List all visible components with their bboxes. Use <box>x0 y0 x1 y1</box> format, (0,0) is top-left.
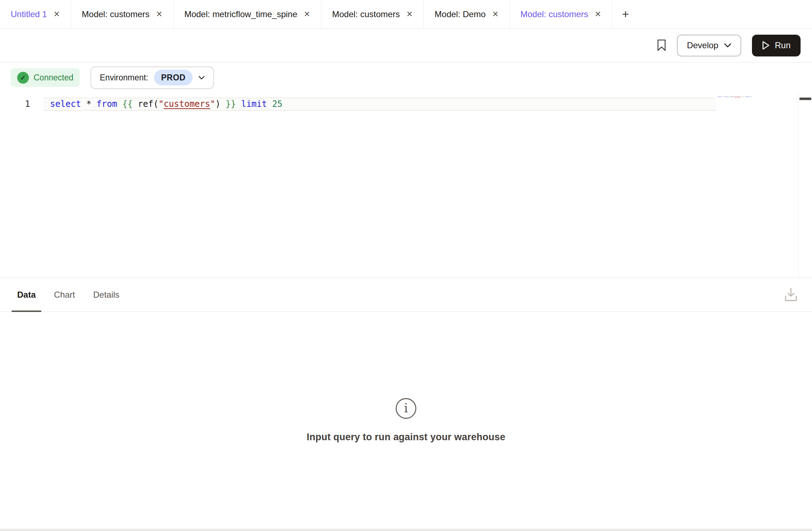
tab-label: Model: Demo <box>435 9 486 19</box>
code-token-string-link: customers <box>164 99 210 109</box>
tab-list: Untitled 1✕Model: customers✕Model: metri… <box>0 0 612 28</box>
environment-label: Environment: <box>100 73 148 83</box>
code-token-plain <box>91 99 96 109</box>
code-line[interactable]: select * from {{ ref("customers") }} lim… <box>44 98 716 111</box>
code-token-keyword: select <box>50 99 81 109</box>
chevron-down-icon <box>198 76 205 80</box>
tab-model-customers[interactable]: Model: customers✕ <box>71 0 174 28</box>
close-icon[interactable]: ✕ <box>406 10 413 18</box>
run-button[interactable]: Run <box>752 35 801 56</box>
code-token-keyword: from <box>724 96 727 98</box>
close-icon[interactable]: ✕ <box>53 10 60 18</box>
results-tab-list: DataChartDetails <box>11 278 125 312</box>
code-token-plain: ref( <box>730 96 733 98</box>
sql-editor[interactable]: 1 select * from {{ ref("customers") }} l… <box>0 93 812 278</box>
editor-minimap[interactable]: select * from {{ ref("customers") }} lim… <box>718 96 752 103</box>
develop-button[interactable]: Develop <box>677 35 741 56</box>
bookmark-icon <box>657 39 666 51</box>
tab-model-metricflow-time-spine[interactable]: Model: metricflow_time_spine✕ <box>174 0 322 28</box>
tab-label: Model: customers <box>82 9 149 19</box>
bookmark-button[interactable] <box>657 39 666 51</box>
new-tab-button[interactable]: + <box>612 0 639 28</box>
environment-value-chip: PROD <box>154 70 193 85</box>
environment-select[interactable]: Environment: PROD <box>90 66 214 89</box>
download-icon <box>783 287 799 303</box>
code-token-plain: ref( <box>133 99 158 109</box>
close-icon[interactable]: ✕ <box>595 10 601 18</box>
results-tab-label: Data <box>17 290 36 300</box>
code-token-plain <box>81 99 86 109</box>
connected-label: Connected <box>34 73 73 83</box>
close-icon[interactable]: ✕ <box>304 10 310 18</box>
tab-model-customers[interactable]: Model: customers✕ <box>321 0 424 28</box>
results-tab-label: Chart <box>54 290 75 300</box>
results-tab-bar: DataChartDetails <box>0 278 812 312</box>
minimap-code: select * from {{ ref("customers") }} lim… <box>718 96 723 98</box>
check-circle-icon: ✓ <box>17 72 29 84</box>
develop-button-label: Develop <box>687 40 718 50</box>
code-token-jinja: }} <box>226 99 236 109</box>
play-icon <box>762 41 770 50</box>
results-tab-chart[interactable]: Chart <box>48 278 81 312</box>
active-tab-indicator <box>11 311 41 312</box>
download-button[interactable] <box>783 287 799 303</box>
plus-icon: + <box>622 7 629 21</box>
tab-label: Model: customers <box>332 9 400 19</box>
info-icon: i <box>396 398 416 419</box>
scrollbar-cursor-marker[interactable] <box>799 98 811 100</box>
code-token-keyword: limit <box>241 99 267 109</box>
line-number: 1 <box>21 98 34 110</box>
code-token-plain: ) <box>215 99 226 109</box>
code-token-plain <box>267 99 272 109</box>
header: Develop Run <box>0 29 812 63</box>
tab-model-demo[interactable]: Model: Demo✕ <box>424 0 510 28</box>
code-token-plain: * <box>86 99 91 109</box>
ide-window: Untitled 1✕Model: customers✕Model: metri… <box>0 0 812 531</box>
results-tab-details[interactable]: Details <box>88 278 125 312</box>
tab-label: Untitled 1 <box>11 9 47 19</box>
bottom-status-band <box>0 529 812 531</box>
connected-status-badge: ✓ Connected <box>11 68 80 87</box>
tab-bar: Untitled 1✕Model: customers✕Model: metri… <box>0 0 812 29</box>
code-token-number: 25 <box>750 96 751 98</box>
code-token-plain <box>236 99 241 109</box>
code-token-number: 25 <box>272 99 282 109</box>
code-token-string: " <box>210 99 215 109</box>
close-icon[interactable]: ✕ <box>492 10 499 18</box>
code-token-string-link: customers <box>734 96 741 98</box>
connection-bar: ✓ Connected Environment: PROD <box>0 63 812 93</box>
code-token-string: " <box>158 99 163 109</box>
tab-label: Model: metricflow_time_spine <box>184 9 297 19</box>
tab-label: Model: customers <box>520 9 588 19</box>
results-tab-data[interactable]: Data <box>11 278 41 312</box>
run-button-label: Run <box>775 40 791 50</box>
close-icon[interactable]: ✕ <box>156 10 162 18</box>
results-empty-state: i Input query to run against your wareho… <box>0 312 812 529</box>
code-token-jinja: {{ <box>122 99 133 109</box>
editor-scrollbar[interactable] <box>798 93 812 278</box>
empty-state-message: Input query to run against your warehous… <box>307 432 505 443</box>
code-token-keyword: limit <box>746 96 749 98</box>
tab-model-customers[interactable]: Model: customers✕ <box>510 0 612 28</box>
code-token-keyword: select <box>718 96 722 98</box>
tab-untitled-1[interactable]: Untitled 1✕ <box>0 0 71 28</box>
results-tab-label: Details <box>93 290 119 300</box>
code-token-plain <box>117 99 122 109</box>
chevron-down-icon <box>724 43 731 48</box>
code-token-keyword: from <box>96 99 117 109</box>
